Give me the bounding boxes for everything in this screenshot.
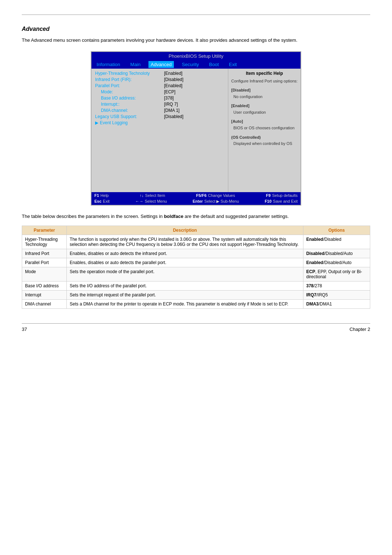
- help-disabled-title: [Disabled]: [231, 88, 250, 92]
- desc-change-values: Change Values: [208, 193, 235, 198]
- key-f5f6: F5/F6: [196, 193, 207, 198]
- key-f9: F9: [266, 193, 271, 198]
- footer-enter: Enter Select ▶ Sub-Menu: [193, 199, 239, 204]
- param-interrupt: Interrupt: [22, 291, 67, 300]
- bios-help-content: Configure Infrared Port using options: […: [231, 78, 298, 147]
- footer-f1: F1 Help: [94, 193, 109, 198]
- desc-setup-defaults: Setup defaults: [272, 193, 298, 198]
- key-esc: Esc: [94, 199, 102, 203]
- help-auto-desc: BIOS or OS chooses configuration: [231, 126, 294, 130]
- bios-label-infrared: Infrared Port (FIR):: [95, 77, 164, 82]
- bios-screen: PhoenixBIOS Setup Utility Information Ma…: [91, 51, 301, 206]
- bios-row-parallel[interactable]: Parallel Port: [Enabled]: [95, 83, 224, 88]
- help-configure: Configure Infrared Port using options:: [231, 78, 298, 85]
- bios-row-base-io[interactable]: Base I/O address: [378]: [95, 96, 224, 101]
- bios-label-hyper: Hyper-Threading Technoloty: [95, 71, 164, 76]
- table-row: Interrupt Sets the interrupt request of …: [22, 291, 370, 300]
- bios-label-event-logging: ▶Event Logging: [95, 120, 128, 125]
- table-row: Base I/O address Sets the I/O address of…: [22, 281, 370, 291]
- page-footer: 37 Chapter 2: [22, 323, 370, 332]
- key-enter: Enter: [193, 199, 203, 203]
- bios-value-mode: [ECP]: [164, 89, 175, 94]
- help-auto-title: [Auto]: [231, 119, 243, 123]
- bios-body: Hyper-Threading Technoloty [Enabled] Inf…: [91, 69, 301, 192]
- desc-save-exit: Save and Exit: [273, 199, 298, 203]
- param-base-io: Base I/O address: [22, 281, 67, 291]
- table-row: Hyper-Threading Technology The function …: [22, 235, 370, 249]
- key-f10: F10: [265, 199, 271, 203]
- nav-boot[interactable]: Boot: [207, 61, 221, 68]
- options-parallel: Enabled/Disabled/Auto: [303, 258, 370, 267]
- bios-row-event-logging[interactable]: ▶Event Logging: [95, 120, 224, 125]
- submenu-arrow-icon: ▶: [95, 120, 98, 125]
- bios-value-parallel: [Enabled]: [164, 83, 183, 88]
- desc-exit: Exit: [103, 199, 110, 203]
- col-description: Description: [67, 226, 303, 235]
- footer-f5f6: F5/F6 Change Values: [196, 193, 235, 198]
- param-mode: Mode: [22, 267, 67, 281]
- options-dma: DMA3/DMA1: [303, 300, 370, 309]
- bios-params: Hyper-Threading Technoloty [Enabled] Inf…: [91, 69, 228, 192]
- bios-label-usb: Legacy USB Support:: [95, 114, 164, 119]
- help-enabled-opt: [Enabled] User configuration: [231, 103, 298, 116]
- section-title: Advanced: [22, 26, 370, 32]
- bios-value-dma: [DMA 1]: [164, 108, 180, 113]
- help-configure-text: Configure Infrared Port using options:: [231, 79, 298, 83]
- bios-value-base-io: [378]: [164, 96, 174, 101]
- desc-select-menu: Select Menu: [145, 199, 167, 203]
- desc-parallel: Enables, disables or auto detects the pa…: [67, 258, 303, 267]
- options-base-io: 378/278: [303, 281, 370, 291]
- below-description: The table below describes the parameters…: [22, 213, 370, 220]
- table-row: Infrared Port Enables, disables or auto …: [22, 249, 370, 258]
- desc-help: Help: [101, 193, 109, 198]
- nav-main[interactable]: Main: [128, 61, 143, 68]
- key-f1: F1: [94, 193, 99, 198]
- key-lr-arrows: ←→: [135, 199, 143, 203]
- desc-select-item: Select Item: [145, 193, 165, 198]
- col-options: Options: [303, 226, 370, 235]
- bios-label-interrupt: Interrupt::: [95, 102, 164, 107]
- bios-label-base-io: Base I/O address:: [95, 96, 164, 101]
- options-infrared: Disabled/Disabled/Auto: [303, 249, 370, 258]
- help-enabled-title: [Enabled]: [231, 104, 249, 108]
- table-header-row: Parameter Description Options: [22, 226, 370, 235]
- nav-advanced[interactable]: Advanced: [148, 61, 174, 68]
- nav-security[interactable]: Security: [180, 61, 201, 68]
- options-interrupt: IRQ7/IRQ5: [303, 291, 370, 300]
- bios-label-parallel: Parallel Port:: [95, 83, 164, 88]
- footer-f10: F10 Save and Exit: [265, 199, 298, 204]
- bios-label-mode: Mode:: [95, 89, 164, 94]
- nav-exit[interactable]: Exit: [227, 61, 239, 68]
- bios-footer: F1 Help ↑↓ Select Item F5/F6 Change Valu…: [91, 192, 301, 205]
- table-body: Hyper-Threading Technology The function …: [22, 235, 370, 309]
- bios-title: PhoenixBIOS Setup Utility: [91, 52, 301, 60]
- desc-interrupt: Sets the interrupt request of the parall…: [67, 291, 303, 300]
- options-mode: ECP, EPP, Output only or Bi-directional: [303, 267, 370, 281]
- bios-row-hyper[interactable]: Hyper-Threading Technoloty [Enabled]: [95, 71, 224, 76]
- bios-row-mode[interactable]: Mode: [ECP]: [95, 89, 224, 94]
- bios-value-interrupt: [IRQ 7]: [164, 102, 178, 107]
- help-os-title: (OS Controlled): [231, 135, 261, 139]
- bios-row-infrared[interactable]: Infrared Port (FIR): [Disabled]: [95, 77, 224, 82]
- desc-infrared: Enables, disables or auto detects the in…: [67, 249, 303, 258]
- bios-row-interrupt[interactable]: Interrupt:: [IRQ 7]: [95, 102, 224, 107]
- param-infrared: Infrared Port: [22, 249, 67, 258]
- options-hyper: Enabled/Disabled: [303, 235, 370, 249]
- nav-information[interactable]: Information: [94, 61, 122, 68]
- bios-value-infrared: [Disabled]: [164, 77, 183, 82]
- table-row: DMA channel Sets a DMA channel for the p…: [22, 300, 370, 309]
- bios-row-usb[interactable]: Legacy USB Support: [Disabled]: [95, 114, 224, 119]
- bios-value-hyper: [Enabled]: [164, 71, 183, 76]
- bios-row-dma[interactable]: DMA channel: [DMA 1]: [95, 108, 224, 113]
- bios-label-dma: DMA channel:: [95, 108, 164, 113]
- desc-sub-menu: Select ▶ Sub-Menu: [204, 199, 239, 204]
- bios-help-panel: Item specific Help Configure Infrared Po…: [228, 69, 301, 192]
- intro-text: The Advanced menu screen contains parame…: [22, 37, 370, 44]
- table-row: Parallel Port Enables, disables or auto …: [22, 258, 370, 267]
- footer-select-menu: ←→ Select Menu: [135, 199, 167, 204]
- key-arrows: ↑↓: [140, 193, 144, 198]
- help-os-opt: (OS Controlled) Displayed when controlle…: [231, 134, 298, 147]
- desc-hyper: The function is supported only when the …: [67, 235, 303, 249]
- table-row: Mode Sets the operation mode of the para…: [22, 267, 370, 281]
- bios-help-title: Item specific Help: [231, 71, 298, 76]
